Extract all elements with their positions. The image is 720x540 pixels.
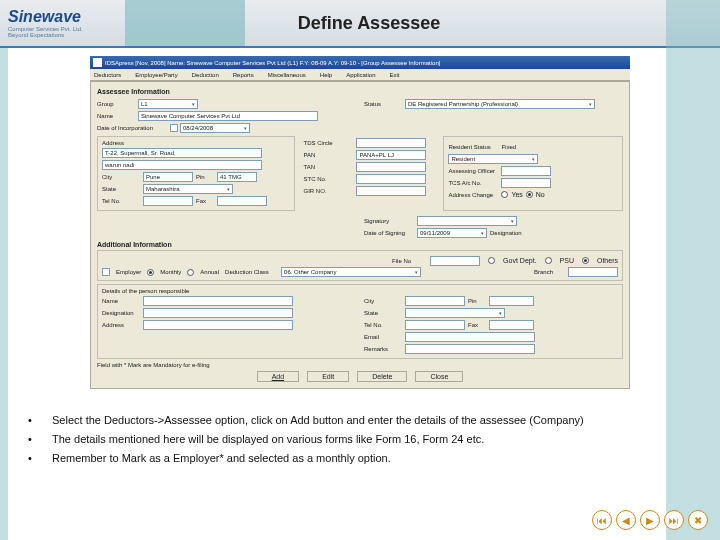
edit-button[interactable]: Edit [307, 371, 349, 382]
menu-exit[interactable]: Exit [390, 72, 400, 78]
lbl-r-state: State [364, 310, 402, 316]
r-tel-field[interactable] [405, 320, 465, 330]
app-window: IDSApress [Nov, 2008] Name: Sinewave Com… [90, 56, 630, 389]
r-name-field[interactable] [143, 296, 293, 306]
lbl-designation: Designation [490, 230, 530, 236]
lbl-dedclass: Deduction Class [225, 269, 275, 275]
resstat-select[interactable]: Resident [448, 154, 538, 164]
menu-reports[interactable]: Reports [233, 72, 254, 78]
r-city-field[interactable] [405, 296, 465, 306]
annual-radio[interactable] [187, 269, 194, 276]
bullet-2: •The details mentioned here will be disp… [28, 432, 692, 447]
additional-box: File No Govt Dept. PSU Others Employer M… [97, 250, 623, 281]
dateinc-check[interactable] [170, 124, 178, 132]
r-email-field[interactable] [405, 332, 535, 342]
addr1-field[interactable]: T-22, Supermall, Sr. Road, [102, 148, 262, 158]
dateinc-field[interactable]: 08/24/2008 [180, 123, 250, 133]
form-panel: Assessee Information GroupL1 NameSinewav… [90, 81, 630, 389]
nav-first-icon[interactable]: ⏮ [592, 510, 612, 530]
lbl-branch: Branch [534, 269, 562, 275]
lbl-group: Group [97, 101, 135, 107]
nav-next-icon[interactable]: ▶ [640, 510, 660, 530]
r-addr-field[interactable] [143, 320, 293, 330]
r-state-select[interactable] [405, 308, 505, 318]
menu-employee[interactable]: Employee/Party [135, 72, 177, 78]
lbl-addrchg: Address Change [448, 192, 498, 198]
tan-field[interactable] [356, 162, 426, 172]
lbl-fileno: File No [392, 258, 422, 264]
lbl-tds: TDS Circle [303, 140, 353, 146]
lbl-fixed: Fixed [501, 144, 525, 150]
responsible-box: Details of the person responsible Name D… [97, 284, 623, 359]
lbl-dos: Date of Signing [364, 230, 414, 236]
addrchg-no[interactable] [526, 191, 533, 198]
lbl-city: City [102, 174, 140, 180]
r-pin-field[interactable] [489, 296, 534, 306]
stc-field[interactable] [356, 174, 426, 184]
lbl-stc: STC No. [303, 176, 353, 182]
tel-field[interactable] [143, 196, 193, 206]
fileno-field[interactable] [430, 256, 480, 266]
addrchg-yes[interactable] [501, 191, 508, 198]
section-additional: Additional Information [97, 241, 623, 248]
add-button[interactable]: Add [257, 371, 299, 382]
button-bar: Add Edit Delete Close [97, 371, 623, 382]
pan-field[interactable]: PANA+PL LJ [356, 150, 426, 160]
logo: Sinewave Computer Services Pvt. Ltd. Bey… [8, 3, 118, 43]
addr2-field[interactable]: warun nadi [102, 160, 262, 170]
employer-check[interactable] [102, 268, 110, 276]
window-title: IDSApress [Nov, 2008] Name: Sinewave Com… [105, 60, 440, 66]
menu-application[interactable]: Application [346, 72, 375, 78]
lbl-tcsacno: TCS A/c No. [448, 180, 498, 186]
lbl-r-tel: Tel No. [364, 322, 402, 328]
lbl-r-fax: Fax [468, 322, 486, 328]
lbl-tel: Tel No. [102, 198, 140, 204]
lbl-r-desig: Designation [102, 310, 140, 316]
menu-deduction[interactable]: Deduction [192, 72, 219, 78]
bullet-3: •Remember to Mark as a Employer* and sel… [28, 451, 692, 466]
r-fax-field[interactable] [489, 320, 534, 330]
app-icon [93, 58, 102, 67]
fax-field[interactable] [217, 196, 267, 206]
lbl-status: Status [364, 101, 402, 107]
menu-help[interactable]: Help [320, 72, 332, 78]
lbl-gir: GIR NO. [303, 188, 353, 194]
menu-deductors[interactable]: Deductors [94, 72, 121, 78]
state-select[interactable]: Maharashtra [143, 184, 233, 194]
delete-button[interactable]: Delete [357, 371, 407, 382]
close-button[interactable]: Close [415, 371, 463, 382]
dedclass-select[interactable]: 06. Other Company [281, 267, 421, 277]
others-radio[interactable] [582, 257, 589, 264]
bullet-1: •Select the Deductors->Assessee option, … [28, 413, 692, 428]
nav-last-icon[interactable]: ⏭ [664, 510, 684, 530]
lbl-r-remarks: Remarks [364, 346, 402, 352]
menu-misc[interactable]: Miscellaneous [268, 72, 306, 78]
r-desig-field[interactable] [143, 308, 293, 318]
logo-text: Sinewave [8, 8, 118, 26]
signatory-select[interactable] [417, 216, 517, 226]
psu-radio[interactable] [545, 257, 552, 264]
menubar: Deductors Employee/Party Deduction Repor… [90, 69, 630, 81]
lbl-r-pin: Pin [468, 298, 486, 304]
monthly-radio[interactable] [147, 269, 154, 276]
lbl-fax: Fax [196, 198, 214, 204]
window-titlebar: IDSApress [Nov, 2008] Name: Sinewave Com… [90, 56, 630, 69]
nav-close-icon[interactable]: ✖ [688, 510, 708, 530]
nav-prev-icon[interactable]: ◀ [616, 510, 636, 530]
gir-field[interactable] [356, 186, 426, 196]
lbl-name: Name [97, 113, 135, 119]
status-select[interactable]: DE Registered Partnership (Professional) [405, 99, 595, 109]
name-field[interactable]: Sinewave Computer Services Pvt Ltd [138, 111, 318, 121]
branch-field[interactable] [568, 267, 618, 277]
tcsacno-field[interactable] [501, 178, 551, 188]
lbl-employer: Employer [116, 269, 141, 275]
assoff-field[interactable] [501, 166, 551, 176]
lbl-pan: PAN [303, 152, 353, 158]
r-remarks-field[interactable] [405, 344, 535, 354]
dos-field[interactable]: 09/11/2009 [417, 228, 487, 238]
group-select[interactable]: L1 [138, 99, 198, 109]
pin-field[interactable]: 41 TMG [217, 172, 257, 182]
city-field[interactable]: Pune [143, 172, 193, 182]
govtdept-radio[interactable] [488, 257, 495, 264]
tds-field[interactable] [356, 138, 426, 148]
